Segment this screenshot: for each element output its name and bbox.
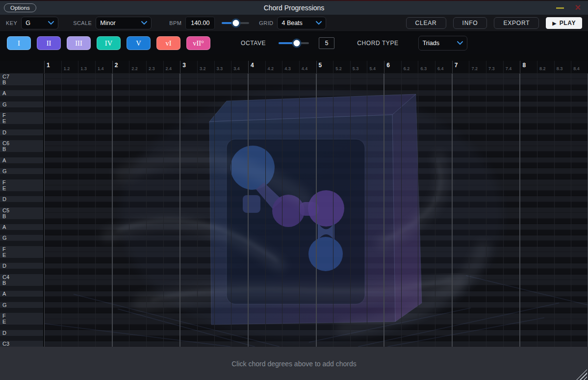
note-label-row: E (0, 252, 43, 258)
octave-value[interactable]: 5 (319, 37, 334, 49)
note-label-row (0, 85, 43, 90)
key-dropdown[interactable]: G (21, 17, 58, 29)
note-label-row: C4 (0, 274, 43, 280)
note-label-row (0, 336, 43, 341)
play-button[interactable]: ▶ PLAY (546, 17, 582, 29)
ruler-beat-cell: 6.2 (401, 61, 418, 73)
ruler-bar-cell: 3 (180, 61, 197, 73)
ruler-beat-cell: 5.2 (333, 61, 350, 73)
ruler-beat-cell: 4.3 (282, 61, 299, 73)
ruler-beat-cell: 2.2 (129, 61, 146, 73)
chevron-down-icon (316, 21, 322, 25)
note-label-row: C5 (0, 207, 43, 213)
resize-grip-icon[interactable] (576, 369, 587, 380)
app-window: Options Chord Progressions ✕ KEY G SCALE… (0, 0, 588, 380)
note-label-row (0, 163, 43, 168)
ruler-beat-cell: 4.2 (265, 61, 282, 73)
ruler-beat-cell: 6.3 (418, 61, 435, 73)
note-label-row (0, 297, 43, 302)
octave-slider[interactable] (279, 42, 309, 44)
options-button[interactable]: Options (4, 3, 36, 12)
ruler-beat-cell: 7.2 (469, 61, 486, 73)
note-label-row: E (0, 118, 43, 124)
scale-value: Minor (100, 20, 115, 26)
ruler-beat-cell: 7.3 (486, 61, 503, 73)
note-label-row (0, 269, 43, 274)
ruler-beat-cell: 3.3 (214, 61, 231, 73)
note-label-row (0, 107, 43, 112)
ruler-beat-cell: 1.2 (61, 61, 78, 73)
note-label-row: A (0, 291, 43, 297)
degree-button-7[interactable]: vII° (186, 36, 210, 50)
note-label-row (0, 191, 43, 196)
note-label-row (0, 174, 43, 179)
chevron-down-icon (457, 41, 463, 45)
export-button[interactable]: EXPORT (494, 17, 539, 29)
ruler-bar-cell: 1 (44, 61, 61, 73)
note-label-row (0, 286, 43, 291)
ruler-bar-cell: 2 (112, 61, 129, 73)
key-value: G (26, 20, 30, 26)
clear-button[interactable]: CLEAR (406, 17, 446, 29)
octave-slider-thumb[interactable] (292, 39, 302, 48)
grid-dropdown[interactable]: 4 Beats (277, 17, 326, 29)
timeline-ruler: 11.21.31.422.22.32.433.23.33.444.24.34.4… (0, 61, 588, 74)
scale-dropdown[interactable]: Minor (96, 17, 152, 29)
scale-label: SCALE (73, 20, 92, 26)
bpm-input[interactable]: 140.00 (185, 17, 215, 29)
degree-button-5[interactable]: V (127, 36, 151, 50)
ruler-beat-cell: 7.4 (503, 61, 520, 73)
ruler-beat-cell: 8.2 (537, 61, 554, 73)
close-icon[interactable]: ✕ (575, 4, 581, 12)
ruler-bar-cell: 8 (520, 61, 537, 73)
ruler-beat-cell: 1.3 (78, 61, 95, 73)
chord-type-label: CHORD TYPE (357, 40, 398, 47)
chord-bar: IIIIIIIVVvIvII° OCTAVE 5 CHORD TYPE Tria… (0, 32, 588, 54)
note-label-row (0, 219, 43, 224)
ruler-bar-cell: 6 (384, 61, 401, 73)
ruler-beat-cell: 2.3 (146, 61, 163, 73)
note-label-row: C7 (0, 74, 43, 79)
grid-value: 4 Beats (281, 20, 302, 26)
watermark-ripple-box (44, 74, 588, 347)
toolbar-grid-gap (0, 54, 588, 61)
play-icon: ▶ (552, 21, 556, 26)
degree-button-1[interactable]: I (7, 36, 31, 50)
note-label-row (0, 152, 43, 157)
octave-label: OCTAVE (241, 40, 266, 47)
note-label-row (0, 308, 43, 313)
note-label-row: E (0, 185, 43, 191)
note-label-row: A (0, 224, 43, 230)
note-label-row: G (0, 235, 43, 241)
note-label-row (0, 325, 43, 329)
degree-buttons: IIIIIIIVVvIvII° (7, 36, 210, 50)
degree-button-2[interactable]: II (37, 36, 61, 50)
bpm-slider[interactable] (222, 22, 249, 24)
note-label-row: G (0, 302, 43, 308)
grid-lanes[interactable] (44, 74, 588, 347)
titlebar: Options Chord Progressions ✕ (0, 1, 588, 15)
chord-type-dropdown[interactable]: Triads (418, 36, 467, 51)
note-label-row: C3 (0, 341, 43, 347)
ruler-beat-cell: 6.4 (435, 61, 452, 73)
note-label-row: B (0, 213, 43, 219)
note-label-row: D (0, 196, 43, 202)
key-label: KEY (6, 20, 17, 26)
ruler-cells: 11.21.31.422.22.32.433.23.33.444.24.34.4… (44, 61, 588, 73)
note-label-row: F (0, 112, 43, 118)
degree-button-3[interactable]: III (67, 36, 91, 50)
info-button[interactable]: INFO (453, 17, 487, 29)
note-label-row: C6 (0, 140, 43, 146)
play-button-label: PLAY (560, 20, 576, 26)
ruler-beat-cell: 5.3 (350, 61, 367, 73)
minimize-icon[interactable] (556, 7, 564, 9)
degree-button-4[interactable]: IV (97, 36, 121, 50)
note-label-row: D (0, 263, 43, 269)
chevron-down-icon (141, 21, 147, 25)
bpm-slider-thumb[interactable] (231, 19, 241, 28)
ruler-beat-cell: 2.4 (163, 61, 180, 73)
status-bar: Click chord degrees above to add chords (0, 347, 588, 380)
note-label-row: F (0, 179, 43, 185)
ruler-bar-cell: 7 (452, 61, 469, 73)
degree-button-6[interactable]: vI (156, 36, 180, 50)
